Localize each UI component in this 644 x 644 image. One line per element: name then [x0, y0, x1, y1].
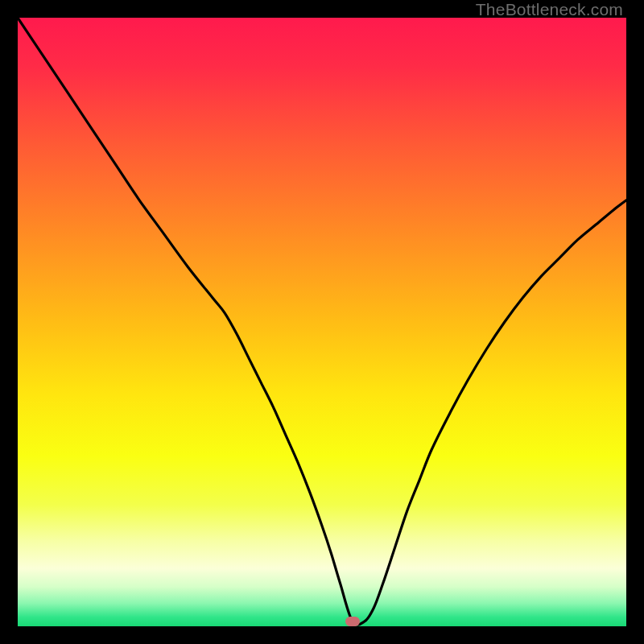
watermark-text: TheBottleneck.com: [476, 0, 623, 19]
plot-area: [18, 18, 626, 626]
chart-frame: TheBottleneck.com: [0, 0, 644, 644]
bottleneck-curve: [18, 18, 626, 626]
optimal-point-marker: [345, 617, 360, 626]
